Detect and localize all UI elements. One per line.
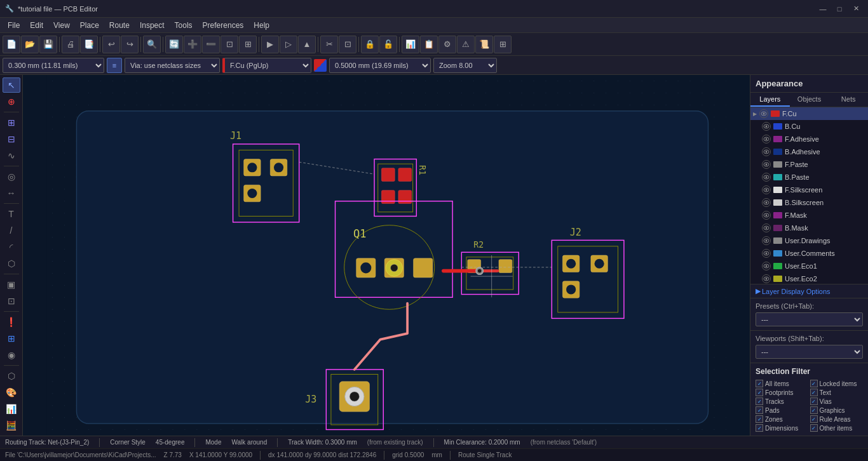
- minimize-button[interactable]: —: [816, 3, 830, 15]
- add-text-button[interactable]: T: [3, 206, 20, 222]
- sf-item-dimensions[interactable]: ✓Dimensions: [756, 424, 809, 432]
- menu-item-inspect[interactable]: Inspect: [135, 20, 170, 31]
- sf-item-footprints[interactable]: ✓Footprints: [756, 389, 809, 396]
- unlock-button[interactable]: 🔓: [379, 36, 397, 53]
- arc-button[interactable]: ◜: [3, 239, 20, 255]
- sf-checkbox-tracks[interactable]: ✓: [756, 398, 763, 405]
- layer-visibility-f-adhesive[interactable]: [762, 135, 771, 144]
- sf-checkbox-other-items[interactable]: ✓: [810, 424, 818, 432]
- board-statistics-btn[interactable]: 📊: [3, 401, 20, 417]
- search-button[interactable]: 🔍: [143, 36, 161, 53]
- sf-checkbox-pads[interactable]: ✓: [756, 406, 763, 414]
- sf-item-rule-areas[interactable]: ✓Rule Areas: [810, 415, 864, 423]
- 3d-view-button[interactable]: ⬡: [3, 368, 20, 384]
- layer-visibility-b-adhesive[interactable]: [762, 147, 771, 156]
- pcb-calculator-btn[interactable]: 🧮: [3, 418, 20, 433]
- layer-item-f-cu[interactable]: ▶F.Cu: [750, 107, 868, 120]
- menu-item-tools[interactable]: Tools: [170, 20, 198, 31]
- sf-checkbox-graphics[interactable]: ✓: [810, 406, 818, 414]
- scripting-button[interactable]: 📜: [475, 36, 493, 53]
- layer-item-f-adhesive[interactable]: F.Adhesive: [750, 133, 868, 145]
- active-layer-select[interactable]: F.Cu (PgUp): [222, 58, 311, 73]
- layer-item-f-silkscreen[interactable]: F.Silkscreen: [750, 184, 868, 196]
- sf-checkbox-locked-items[interactable]: ✓: [810, 380, 818, 387]
- titlebar-controls[interactable]: — □ ✕: [816, 3, 863, 15]
- route-start-button[interactable]: ▶: [261, 36, 279, 53]
- grid-size-select[interactable]: 0.5000 mm (19.69 mils): [329, 58, 431, 73]
- layer-item-b-paste[interactable]: B.Paste: [750, 171, 868, 184]
- layer-visibility-b-mask[interactable]: [762, 224, 771, 232]
- route-diff-button[interactable]: ▲: [298, 36, 316, 53]
- menu-item-file[interactable]: File: [3, 20, 25, 31]
- polygon-button[interactable]: ⬡: [3, 256, 20, 271]
- zoom-fit-button[interactable]: ⊡: [220, 36, 238, 53]
- layer-visibility-user-drawings[interactable]: [762, 236, 771, 245]
- save-file-button[interactable]: 💾: [39, 36, 57, 53]
- interactive-router-btn[interactable]: ⊞: [3, 331, 20, 346]
- redo-button[interactable]: ↪: [121, 36, 139, 53]
- viewports-select[interactable]: ---: [756, 345, 863, 359]
- menu-item-route[interactable]: Route: [104, 20, 135, 31]
- sf-item-all-items[interactable]: ✓All items: [756, 380, 809, 387]
- layer-item-user-eco2[interactable]: User.Eco2: [750, 272, 868, 284]
- tab-nets[interactable]: Nets: [829, 93, 868, 107]
- layer-visibility-b-cu[interactable]: [762, 122, 771, 131]
- menu-item-view[interactable]: View: [48, 20, 75, 31]
- layer-item-user-comments[interactable]: User.Comments: [750, 247, 868, 260]
- layer-visibility-user-eco2[interactable]: [762, 274, 771, 283]
- route-track-button[interactable]: ⊞: [3, 115, 20, 130]
- route-end-button[interactable]: ▷: [280, 36, 297, 53]
- zoom-select[interactable]: Zoom 8.00: [433, 58, 497, 73]
- sf-item-locked-items[interactable]: ✓Locked items: [810, 380, 864, 387]
- layer-item-user-eco1[interactable]: User.Eco1: [750, 260, 868, 272]
- route-diff-pair-button[interactable]: ⊟: [3, 131, 20, 147]
- layer-item-b-mask[interactable]: B.Mask: [750, 222, 868, 234]
- net-inspector-left-btn[interactable]: ◉: [3, 347, 20, 363]
- layer-visibility-f-paste[interactable]: [762, 160, 771, 169]
- print2-button[interactable]: 📑: [80, 36, 98, 53]
- track-width-select[interactable]: 0.300 mm (11.81 mils): [3, 58, 104, 73]
- measure-button[interactable]: ↔: [3, 185, 20, 201]
- select-tool-button[interactable]: ↖: [3, 77, 20, 93]
- zoom-area-button[interactable]: ⊞: [239, 36, 257, 53]
- layer-visibility-b-paste[interactable]: [762, 173, 771, 182]
- open-file-button[interactable]: 📂: [21, 36, 39, 53]
- pcb-canvas-area[interactable]: J1 R1: [23, 75, 750, 436]
- tab-objects[interactable]: Objects: [790, 93, 829, 107]
- menu-item-edit[interactable]: Edit: [25, 20, 48, 31]
- presets-select[interactable]: ---: [756, 312, 863, 326]
- layer-pair-button[interactable]: [314, 59, 327, 72]
- layer-item-user-drawings[interactable]: User.Drawings: [750, 234, 868, 247]
- layer-item-f-paste[interactable]: F.Paste: [750, 158, 868, 171]
- sf-item-other-items[interactable]: ✓Other items: [810, 424, 864, 432]
- design-rules-button[interactable]: 📋: [420, 36, 438, 53]
- sf-checkbox-footprints[interactable]: ✓: [756, 389, 763, 396]
- layer-visibility-f-cu[interactable]: [759, 109, 768, 118]
- tab-layers[interactable]: Layers: [750, 93, 790, 107]
- tune-length-button[interactable]: ∿: [3, 148, 20, 163]
- net-inspector-button[interactable]: 📊: [402, 36, 419, 53]
- sf-checkbox-zones[interactable]: ✓: [756, 415, 763, 423]
- cut-line-button[interactable]: ✂: [320, 36, 338, 53]
- menu-item-preferences[interactable]: Preferences: [198, 20, 249, 31]
- refresh-button[interactable]: 🔄: [165, 36, 183, 53]
- sf-item-zones[interactable]: ✓Zones: [756, 415, 809, 423]
- menu-item-place[interactable]: Place: [75, 20, 104, 31]
- layer-item-b-silkscreen[interactable]: B.Silkscreen: [750, 196, 868, 209]
- layer-visibility-f-silkscreen[interactable]: [762, 185, 771, 194]
- new-file-button[interactable]: 📄: [3, 36, 20, 53]
- sf-checkbox-text[interactable]: ✓: [810, 389, 818, 396]
- sf-checkbox-vias[interactable]: ✓: [810, 398, 818, 405]
- undo-button[interactable]: ↩: [102, 36, 120, 53]
- appearance-left-btn[interactable]: 🎨: [3, 385, 20, 400]
- sf-checkbox-rule-areas[interactable]: ✓: [810, 415, 818, 423]
- via-size-select[interactable]: Via: use netclass sizes: [125, 58, 220, 73]
- add-line-button[interactable]: /: [3, 223, 20, 238]
- layer-visibility-user-eco1[interactable]: [762, 262, 771, 271]
- extra-button[interactable]: ⊞: [494, 36, 512, 53]
- sf-item-tracks[interactable]: ✓Tracks: [756, 398, 809, 405]
- sf-item-graphics[interactable]: ✓Graphics: [810, 406, 864, 414]
- layer-visibility-f-mask[interactable]: [762, 211, 771, 220]
- sf-item-vias[interactable]: ✓Vias: [810, 398, 864, 405]
- highlight-net-button[interactable]: ⊕: [3, 94, 20, 109]
